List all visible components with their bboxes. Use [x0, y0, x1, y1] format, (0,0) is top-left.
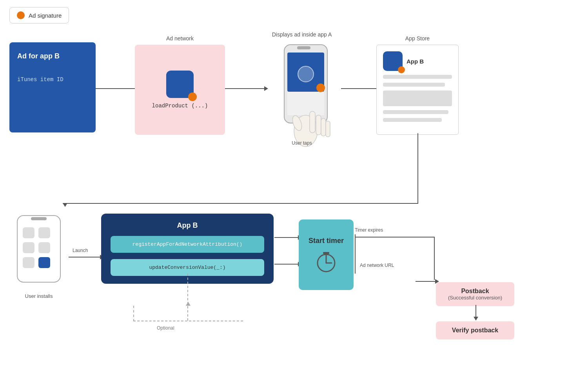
phone-display-svg: User taps: [263, 41, 341, 150]
app-b-dark-title: App B: [111, 221, 264, 230]
arrow-register-timer: [274, 235, 302, 240]
dashed-line-optional: [187, 274, 188, 321]
timer-icon: [314, 250, 338, 273]
ad-signature-dot-network: [188, 92, 197, 101]
svg-rect-16: [38, 227, 50, 238]
h-line-timer: [356, 237, 434, 238]
ad-box: Ad for app B iTunes item ID: [9, 42, 96, 132]
svg-rect-2: [287, 92, 324, 115]
vert-line-store: [417, 133, 418, 204]
svg-rect-18: [38, 242, 50, 253]
svg-rect-7: [310, 111, 315, 133]
optional-label: Optional: [157, 325, 174, 331]
dashed-arrow-up: [186, 302, 191, 306]
start-timer-section: Start timer: [299, 219, 354, 290]
arrow-down-install: [63, 203, 67, 207]
arrow-postback-verify: [474, 305, 478, 321]
user-installs-label: User installs: [9, 293, 68, 299]
svg-rect-10: [326, 121, 330, 137]
legend-label: Ad signature: [29, 12, 62, 19]
svg-rect-14: [31, 217, 47, 220]
postback-box: Postback (Successful conversion): [436, 282, 514, 306]
arrow-ad-to-network: [96, 86, 139, 91]
verify-postback-box: Verify postback: [436, 321, 514, 339]
svg-point-4: [298, 66, 314, 82]
svg-rect-8: [316, 115, 321, 135]
ad-box-title: Ad for app B: [17, 52, 88, 61]
ad-network-section: Ad network loadProduct (...): [135, 35, 225, 135]
postback-title: Postback: [444, 288, 506, 295]
svg-text:User taps: User taps: [292, 140, 312, 146]
svg-rect-20: [38, 257, 50, 268]
ad-box-subtitle: iTunes item ID: [17, 76, 88, 83]
app-store-box: App B: [376, 45, 459, 135]
arrow-phone-to-store: [341, 86, 380, 91]
app-store-section: App Store App B: [376, 35, 459, 135]
launch-arrow: Launch: [69, 255, 104, 259]
app-b-name: App B: [407, 58, 424, 65]
ad-signature-dot-store: [398, 66, 405, 73]
phone-display-section: Displays ad inside app A User taps: [263, 31, 341, 152]
svg-point-5: [316, 83, 325, 92]
arrow-update-timer: [274, 262, 302, 267]
user-installs-section: User installs: [9, 212, 68, 299]
register-box: registerAppForAdNetworkAttribution(): [111, 236, 264, 253]
start-timer-label: Start timer: [309, 237, 344, 245]
launch-label: Launch: [73, 248, 88, 253]
svg-rect-3: [297, 46, 310, 49]
ad-network-box: loadProduct (...): [135, 45, 225, 135]
ad-network-url-label: Ad network URL: [360, 263, 394, 268]
install-phone-svg: [9, 212, 68, 290]
displays-ad-label: Displays ad inside app A: [263, 31, 341, 38]
postback-subtitle: (Successful conversion): [444, 295, 506, 301]
ad-network-label: Ad network: [135, 35, 225, 42]
svg-rect-22: [323, 252, 329, 254]
load-product-text: loadProduct (...): [152, 103, 208, 109]
v-line-timer: [434, 237, 435, 280]
svg-rect-9: [321, 118, 326, 136]
timer-expires-label: Timer expires: [355, 227, 383, 233]
ad-signature-dot: [17, 11, 25, 19]
verify-postback-title: Verify postback: [444, 327, 506, 334]
arrow-to-postback: [416, 279, 439, 284]
dashed-left-line: [133, 306, 134, 321]
app-store-label: App Store: [376, 35, 459, 42]
dashed-h-line: [133, 321, 243, 321]
svg-rect-15: [23, 227, 34, 238]
legend: Ad signature: [9, 7, 69, 24]
svg-rect-17: [23, 242, 34, 253]
svg-rect-19: [23, 257, 34, 268]
arrow-network-to-phone: [225, 86, 268, 91]
horiz-line-bottom: [63, 203, 418, 204]
